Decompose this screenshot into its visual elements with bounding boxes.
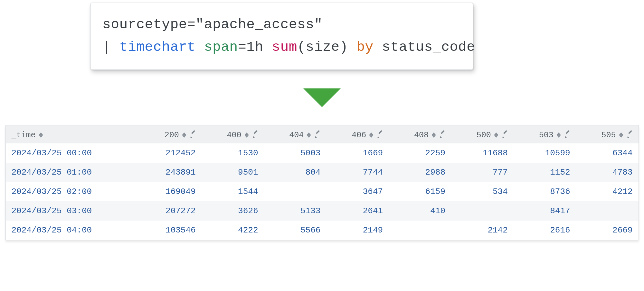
cell-time[interactable]: 2024/03/25 00:00 bbox=[6, 143, 139, 163]
column-header-label: _time bbox=[12, 131, 36, 140]
cell-value[interactable] bbox=[389, 221, 451, 240]
pencil-icon[interactable] bbox=[503, 132, 508, 138]
table-row: 2024/03/25 01:00 243891 9501 804 7744 29… bbox=[6, 163, 639, 182]
sort-icon[interactable] bbox=[182, 132, 186, 138]
column-header-503[interactable]: 503 bbox=[514, 125, 576, 143]
sort-icon[interactable] bbox=[619, 132, 623, 138]
table-row: 2024/03/25 03:00 207272 3626 5133 2641 4… bbox=[6, 201, 639, 221]
cell-value[interactable]: 7744 bbox=[326, 163, 389, 182]
cell-value[interactable] bbox=[264, 182, 327, 201]
cell-time[interactable]: 2024/03/25 02:00 bbox=[6, 182, 139, 201]
search-query-input[interactable]: sourcetype="apache_access" | timechart s… bbox=[90, 3, 473, 70]
pencil-icon[interactable] bbox=[440, 132, 445, 138]
column-header-400[interactable]: 400 bbox=[202, 125, 264, 143]
cell-value[interactable]: 2988 bbox=[389, 163, 451, 182]
cell-value[interactable]: 11688 bbox=[451, 143, 514, 163]
pencil-icon[interactable] bbox=[628, 132, 633, 138]
cell-value[interactable]: 1152 bbox=[514, 163, 576, 182]
cell-value[interactable]: 4212 bbox=[576, 182, 639, 201]
column-header-label: 400 bbox=[227, 131, 242, 140]
cell-time[interactable]: 2024/03/25 01:00 bbox=[6, 163, 139, 182]
column-header-label: 200 bbox=[165, 131, 179, 140]
sort-icon[interactable] bbox=[494, 132, 498, 138]
flow-arrow-container bbox=[0, 88, 644, 108]
cell-value[interactable] bbox=[576, 201, 639, 221]
query-line-1: sourcetype="apache_access" bbox=[102, 17, 323, 32]
results-table: _time 200 400 404 406 408 500 503 505 20… bbox=[5, 125, 639, 240]
column-header-404[interactable]: 404 bbox=[264, 125, 327, 143]
query-space bbox=[195, 39, 204, 55]
cell-value[interactable] bbox=[451, 201, 514, 221]
table-row: 2024/03/25 00:00 212452 1530 5003 1669 2… bbox=[6, 143, 639, 163]
sort-icon[interactable] bbox=[369, 132, 373, 138]
table-row: 2024/03/25 04:00 103546 4222 5566 2149 2… bbox=[6, 221, 639, 240]
cell-value[interactable]: 8417 bbox=[514, 201, 576, 221]
cell-value[interactable]: 804 bbox=[264, 163, 327, 182]
cell-value[interactable]: 5003 bbox=[264, 143, 327, 163]
cell-time[interactable]: 2024/03/25 04:00 bbox=[6, 221, 139, 240]
column-header-label: 404 bbox=[289, 131, 304, 140]
sort-icon[interactable] bbox=[245, 132, 249, 138]
cell-value[interactable]: 1669 bbox=[326, 143, 389, 163]
cell-value[interactable]: 3626 bbox=[202, 201, 264, 221]
sort-icon[interactable] bbox=[39, 132, 43, 138]
cell-value[interactable]: 2669 bbox=[576, 221, 639, 240]
cell-value[interactable]: 212452 bbox=[139, 143, 202, 163]
query-arg-rest: =1h bbox=[238, 39, 272, 55]
column-header-label: 503 bbox=[539, 131, 554, 140]
cell-value[interactable]: 5566 bbox=[264, 221, 327, 240]
cell-value[interactable]: 8736 bbox=[514, 182, 576, 201]
cell-value[interactable]: 1530 bbox=[202, 143, 264, 163]
query-arg-name: span bbox=[204, 39, 238, 55]
cell-value[interactable]: 1544 bbox=[202, 182, 264, 201]
cell-time[interactable]: 2024/03/25 03:00 bbox=[6, 201, 139, 221]
query-function: sum bbox=[272, 39, 297, 55]
cell-value[interactable]: 207272 bbox=[139, 201, 202, 221]
column-header-label: 505 bbox=[601, 131, 616, 140]
cell-value[interactable]: 4222 bbox=[202, 221, 264, 240]
column-header-label: 406 bbox=[352, 131, 366, 140]
cell-value[interactable]: 9501 bbox=[202, 163, 264, 182]
cell-value[interactable]: 410 bbox=[389, 201, 451, 221]
sort-icon[interactable] bbox=[307, 132, 311, 138]
pencil-icon[interactable] bbox=[378, 132, 383, 138]
query-pipe: | bbox=[102, 39, 119, 55]
sort-icon[interactable] bbox=[557, 132, 561, 138]
query-by-keyword: by bbox=[356, 39, 374, 55]
column-header-200[interactable]: 200 bbox=[139, 125, 202, 143]
cell-value[interactable]: 777 bbox=[451, 163, 514, 182]
column-header-505[interactable]: 505 bbox=[576, 125, 639, 143]
cell-value[interactable]: 5133 bbox=[264, 201, 327, 221]
column-header-406[interactable]: 406 bbox=[326, 125, 389, 143]
column-header-time[interactable]: _time bbox=[6, 125, 139, 143]
cell-value[interactable]: 534 bbox=[451, 182, 514, 201]
sort-icon[interactable] bbox=[432, 132, 436, 138]
cell-value[interactable]: 103546 bbox=[139, 221, 202, 240]
pencil-icon[interactable] bbox=[565, 132, 570, 138]
column-header-500[interactable]: 500 bbox=[451, 125, 514, 143]
cell-value[interactable]: 2641 bbox=[326, 201, 389, 221]
pencil-icon[interactable] bbox=[253, 132, 258, 138]
cell-value[interactable]: 6344 bbox=[576, 143, 639, 163]
cell-value[interactable]: 2259 bbox=[389, 143, 451, 163]
cell-value[interactable]: 3647 bbox=[326, 182, 389, 201]
cell-value[interactable]: 4783 bbox=[576, 163, 639, 182]
query-function-args: (size) bbox=[297, 39, 356, 55]
pencil-icon[interactable] bbox=[315, 132, 320, 138]
cell-value[interactable]: 243891 bbox=[139, 163, 202, 182]
cell-value[interactable]: 2616 bbox=[514, 221, 576, 240]
cell-value[interactable]: 2142 bbox=[451, 221, 514, 240]
column-header-408[interactable]: 408 bbox=[389, 125, 451, 143]
table-row: 2024/03/25 02:00 169049 1544 3647 6159 5… bbox=[6, 182, 639, 201]
pencil-icon[interactable] bbox=[191, 132, 196, 138]
query-command: timechart bbox=[119, 39, 196, 55]
cell-value[interactable]: 169049 bbox=[139, 182, 202, 201]
column-header-label: 500 bbox=[477, 131, 491, 140]
query-by-field: status_code bbox=[374, 39, 475, 55]
cell-value[interactable]: 2149 bbox=[326, 221, 389, 240]
arrow-down-icon bbox=[303, 88, 341, 107]
search-query-container: sourcetype="apache_access" | timechart s… bbox=[90, 3, 473, 70]
column-header-label: 408 bbox=[414, 131, 429, 140]
cell-value[interactable]: 6159 bbox=[389, 182, 451, 201]
cell-value[interactable]: 10599 bbox=[514, 143, 576, 163]
